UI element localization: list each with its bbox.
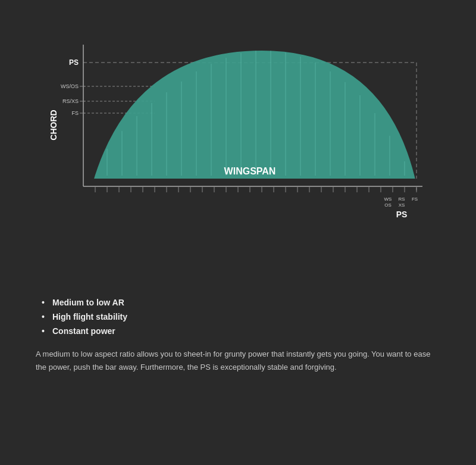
- svg-text:RS: RS: [398, 196, 405, 202]
- feature-item-1: Medium to low AR: [42, 298, 440, 307]
- chart-area: PS WS/OS RS/XS FS CHORD WINGSPAN WS OS R…: [36, 24, 440, 262]
- feature-item-3: Constant power: [42, 326, 440, 336]
- svg-text:XS: XS: [399, 202, 405, 208]
- svg-text:CHORD: CHORD: [49, 110, 58, 140]
- svg-text:PS: PS: [69, 58, 79, 67]
- description-text: A medium to low aspect ratio allows you …: [36, 348, 440, 374]
- feature-item-2: High flight stability: [42, 312, 440, 322]
- chart-svg: PS WS/OS RS/XS FS CHORD WINGSPAN WS OS R…: [36, 24, 440, 262]
- svg-text:WS/OS: WS/OS: [61, 83, 79, 89]
- svg-text:WS: WS: [384, 196, 392, 202]
- svg-text:RS/XS: RS/XS: [62, 98, 79, 104]
- features-list: Medium to low AR High flight stability C…: [36, 298, 440, 336]
- svg-text:FS: FS: [412, 196, 418, 202]
- svg-text:OS: OS: [384, 202, 392, 208]
- svg-text:FS: FS: [71, 110, 79, 116]
- main-container: PS WS/OS RS/XS FS CHORD WINGSPAN WS OS R…: [0, 0, 476, 465]
- svg-text:WINGSPAN: WINGSPAN: [224, 166, 276, 176]
- svg-text:PS: PS: [396, 210, 408, 219]
